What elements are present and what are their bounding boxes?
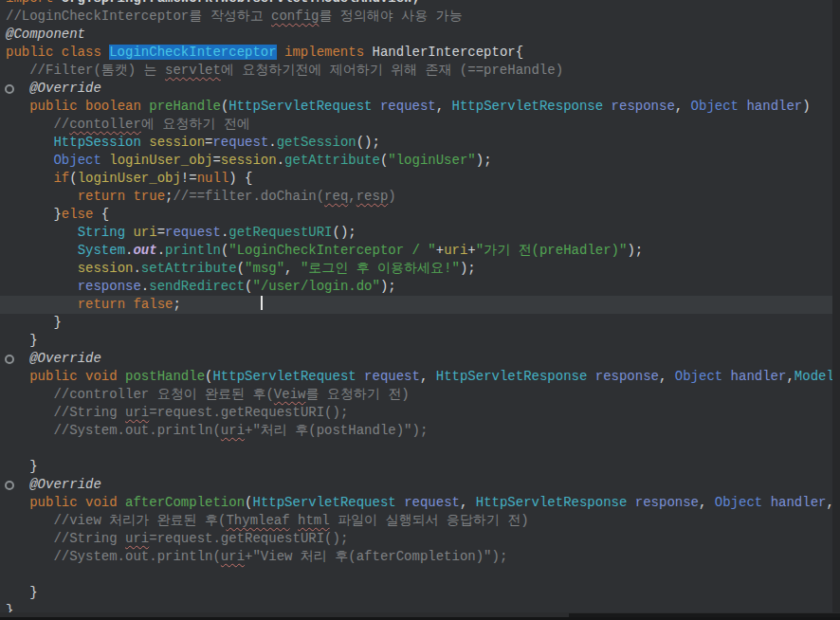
code-token: // (6, 117, 69, 132)
code-line[interactable]: //Filter(톰캣) 는 servlet에 요청하기전에 제어하기 위해 존… (0, 62, 832, 80)
code-token: HttpSession (53, 135, 149, 150)
code-line[interactable]: Object loginUser_obj=session.getAttribut… (0, 152, 832, 170)
code-token: 를 요청하기 전) (305, 387, 409, 402)
code-line[interactable]: } (0, 332, 832, 350)
code-token: @Component (6, 27, 85, 42)
code-token: public class (6, 45, 109, 60)
code-token: handler (771, 495, 827, 510)
code-line[interactable]: //contoller에 요청하기 전에 (0, 116, 832, 134)
override-gutter-icon[interactable] (5, 481, 14, 490)
code-line[interactable]: } (0, 458, 832, 476)
code-line[interactable]: response.sendRedirect("/user/login.do"); (0, 278, 832, 296)
code-token: postHandle (125, 369, 205, 384)
code-line[interactable]: //String uri=request.getRequestURI(); (0, 530, 832, 548)
code-token: = (157, 225, 165, 240)
code-token: . (157, 243, 165, 258)
code-token: , (699, 495, 715, 510)
code-line[interactable]: if(loginUser_obj!=null) { (0, 170, 832, 188)
code-token: response (78, 279, 141, 294)
code-line[interactable]: HttpSession session=request.getSession()… (0, 134, 832, 152)
code-line[interactable]: System.out.println("LoginCheckIntercepto… (0, 242, 832, 260)
code-token: , (420, 369, 436, 384)
code-token: HttpServletRequest (228, 99, 380, 114)
code-token (6, 171, 53, 186)
code-token: session (149, 135, 205, 150)
code-token: request (380, 99, 436, 114)
code-area[interactable]: import org.springframework.web.servlet.M… (0, 0, 832, 620)
code-line[interactable]: //System.out.println(uri+"처리 후(postHandl… (0, 422, 832, 440)
code-line[interactable]: //view 처리가 완료된 후(Thymleaf html 파일이 실행되서 … (0, 512, 832, 530)
code-token: uri (133, 225, 156, 240)
code-line[interactable]: public void postHandle(HttpServletReques… (0, 368, 832, 386)
code-token (6, 225, 78, 240)
code-token: ) (388, 189, 395, 204)
code-token (6, 279, 78, 294)
code-token: if (53, 171, 69, 186)
code-token: "loginUser" (388, 153, 475, 168)
code-line[interactable]: session.setAttribute("msg", "로그인 후 이용하세요… (0, 260, 832, 278)
code-token: } (6, 333, 38, 348)
code-token: return true (78, 189, 165, 204)
override-gutter-icon[interactable] (5, 355, 14, 364)
code-token: , (348, 189, 356, 204)
code-token (277, 45, 284, 60)
code-token: session (78, 261, 134, 276)
code-line[interactable] (0, 566, 832, 584)
code-line[interactable]: //String uri=request.getRequestURI(); (0, 404, 832, 422)
code-token: public boolean (29, 99, 149, 114)
code-line[interactable]: }else { (0, 206, 832, 224)
code-token: + (436, 243, 444, 258)
code-token: "msg" (245, 261, 284, 276)
code-token: . (277, 153, 284, 168)
code-token: "/user/login.do" (252, 279, 379, 294)
code-token: } (6, 585, 38, 600)
code-token: handler (731, 369, 787, 384)
code-line[interactable]: public boolean preHandle(HttpServletRequ… (0, 98, 832, 116)
code-token: public void (29, 369, 125, 384)
override-gutter-icon[interactable] (5, 84, 14, 94)
code-line[interactable]: String uri=request.getRequestURI(); (0, 224, 832, 242)
code-token: else (62, 207, 94, 222)
code-token: +"처리 후(postHandle)"); (245, 423, 428, 438)
code-token: response (595, 369, 659, 384)
code-line[interactable]: public void afterCompletion(HttpServletR… (0, 494, 832, 512)
code-line[interactable]: } (0, 584, 832, 602)
code-line[interactable]: //controller 요청이 완료된 후(Veiw를 요청하기 전) (0, 386, 832, 404)
code-line[interactable]: @Component (0, 26, 832, 44)
code-line[interactable]: @Override (0, 80, 832, 98)
code-token: preHandle (149, 99, 221, 114)
code-token: 에 요청하기전에 제어하기 위해 존재 (==preHandle) (221, 63, 563, 78)
code-token: HttpServletResponse (436, 369, 595, 384)
code-line-current[interactable]: return false; (0, 296, 832, 314)
vertical-scrollbar[interactable] (832, 0, 840, 612)
typo-squiggle-token: Thymleaf (226, 513, 289, 528)
code-line[interactable]: @Override (0, 350, 832, 368)
code-token: request (404, 495, 460, 510)
code-token: sendRedirect (149, 279, 245, 294)
code-token: ); (460, 261, 476, 276)
code-line[interactable]: //LoginCheckInterceptor를 작성하고 config를 정의… (0, 8, 832, 26)
code-token: request (212, 135, 268, 150)
code-line[interactable] (0, 440, 832, 458)
code-line[interactable]: import org.springframework.web.servlet.M… (0, 0, 832, 8)
code-editor: import org.springframework.web.servlet.M… (0, 0, 840, 620)
code-token: LoginCheckInterceptor (109, 45, 276, 60)
horizontal-scrollbar-thumb[interactable] (569, 613, 840, 617)
code-line[interactable]: return true;//==filter.doChain(req,resp) (0, 188, 832, 206)
code-token: System (78, 243, 125, 258)
code-token: //System.out.println( (6, 423, 221, 438)
typo-squiggle-token: req (324, 189, 348, 204)
code-token: ); (476, 153, 492, 168)
code-line[interactable]: } (0, 314, 832, 332)
code-line[interactable]: public class LoginCheckInterceptor imple… (0, 44, 832, 62)
code-token: Object (675, 369, 731, 384)
code-token: handler (746, 99, 802, 114)
typo-squiggle-token: Veiw (274, 387, 306, 402)
code-token: "가기 전(preHadler)" (476, 243, 628, 258)
code-token: //==filter.doChain( (173, 189, 324, 204)
code-line[interactable]: //System.out.println(uri+"View 처리 후(afte… (0, 548, 832, 566)
code-line[interactable]: @Override (0, 476, 832, 494)
horizontal-scrollbar[interactable] (0, 612, 840, 620)
code-token: //String (6, 531, 125, 546)
code-token: ); (380, 279, 396, 294)
